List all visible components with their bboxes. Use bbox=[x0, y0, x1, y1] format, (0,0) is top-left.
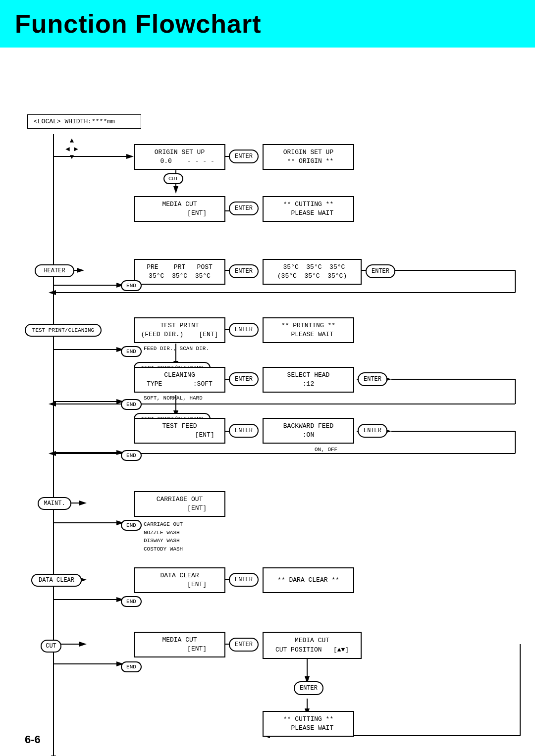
end-pill-maint: END bbox=[121, 520, 142, 531]
cutting-wait-1-box: ** CUTTING ** PLEASE WAIT bbox=[263, 196, 354, 222]
end-pill-cleaning: END bbox=[121, 399, 142, 410]
svg-marker-2 bbox=[126, 154, 134, 159]
svg-marker-19 bbox=[49, 290, 56, 295]
test-print-input-box: TEST PRINT(FEED DIR.) [ENT] bbox=[134, 317, 225, 343]
enter-pill-4: ENTER bbox=[366, 264, 395, 278]
page-header: Function Flowchart bbox=[0, 0, 535, 48]
heater-result-box: 35°C 35°C 35°C(35°C 35°C 35°C) bbox=[263, 259, 362, 285]
media-cut-2-box: MEDIA CUT [ENT] bbox=[134, 632, 225, 657]
backward-feed-box: BACKWARD FEED:ON bbox=[263, 418, 354, 444]
enter-pill-8: ENTER bbox=[229, 424, 259, 438]
local-box: <LOCAL> WHIDTH:****mm bbox=[27, 114, 141, 129]
enter-pill-1: ENTER bbox=[229, 150, 259, 163]
end-pill-dataclear: END bbox=[121, 596, 142, 607]
carriage-out-box: CARRIAGE OUT [ENT] bbox=[134, 491, 225, 517]
page-title: Function Flowchart bbox=[15, 9, 520, 39]
svg-marker-6 bbox=[173, 186, 178, 194]
enter-pill-12: ENTER bbox=[294, 681, 323, 695]
media-cut-pos-box: MEDIA CUTCUT POSITION [▲▼] bbox=[263, 632, 362, 659]
enter-pill-2: ENTER bbox=[229, 202, 259, 215]
on-off-note: ON, OFF bbox=[315, 447, 337, 453]
flowchart: <LOCAL> WHIDTH:****mm ▲ ◀ ▶ ▼ ORIGIN SET… bbox=[0, 57, 535, 751]
svg-marker-37 bbox=[49, 402, 56, 406]
feed-dir-note: FEED DIR., SCAN DIR. bbox=[144, 346, 209, 352]
svg-marker-63 bbox=[79, 642, 87, 647]
enter-pill-10: ENTER bbox=[229, 573, 259, 587]
test-print-pill-1: TEST PRINT/CLEANING bbox=[25, 324, 102, 337]
enter-pill-3: ENTER bbox=[229, 264, 259, 278]
heater-menu-box: PRE PRT POST35°C 35°C 35°C bbox=[134, 259, 225, 285]
soft-normal-hard-note: SOFT, NORMAL, HARD bbox=[144, 395, 203, 401]
cutting-wait-2-box: ** CUTTING ** PLEASE WAIT bbox=[263, 711, 354, 737]
test-feed-box: TEST FEED [ENT] bbox=[134, 418, 225, 444]
enter-pill-11: ENTER bbox=[229, 638, 259, 652]
svg-marker-49 bbox=[49, 451, 56, 456]
cut-pill-2: CUT bbox=[41, 640, 61, 653]
end-pill-testprint: END bbox=[121, 346, 142, 357]
origin-setup-result-box: ORIGIN SET UP ** ORIGIN ** bbox=[263, 144, 354, 170]
enter-pill-7: ENTER bbox=[358, 372, 387, 386]
origin-setup-input-box: ORIGIN SET UP 0.0 - - - - bbox=[134, 144, 225, 170]
printing-wait-box: ** PRINTING ** PLEASE WAIT bbox=[263, 317, 354, 343]
cut-pill-1: CUT bbox=[163, 173, 183, 184]
carriage-notes: CARRIAGE OUTNOZZLE WASHDISWAY WASHCOSTOD… bbox=[144, 520, 183, 553]
select-head-box: SELECT HEAD:12 bbox=[263, 367, 354, 393]
end-pill-cut: END bbox=[121, 661, 142, 672]
media-cut-1-box: MEDIA CUT [ENT] bbox=[134, 196, 225, 222]
enter-pill-9: ENTER bbox=[358, 424, 387, 438]
enter-pill-6: ENTER bbox=[229, 372, 259, 386]
heater-pill: HEATER bbox=[35, 264, 74, 277]
data-clear-pill: DATA CLEAR bbox=[31, 574, 82, 587]
end-pill-testfeed: END bbox=[121, 450, 142, 461]
page-number: 6-6 bbox=[25, 733, 41, 746]
enter-pill-5: ENTER bbox=[229, 323, 259, 337]
svg-marker-53 bbox=[79, 501, 87, 505]
nav-arrows-icon: ▲ ◀ ▶ ▼ bbox=[57, 137, 87, 161]
svg-marker-10 bbox=[77, 268, 84, 273]
dara-clear-result-box: ** DARA CLEAR ** bbox=[263, 567, 354, 593]
end-pill-heater: END bbox=[121, 280, 142, 291]
data-clear-input-box: DATA CLEAR [ENT] bbox=[134, 567, 225, 593]
local-text: <LOCAL> WHIDTH:****mm bbox=[34, 118, 115, 125]
maint-pill: MAINT. bbox=[38, 497, 71, 510]
cleaning-input-box: CLEANINGTYPE :SOFT bbox=[134, 367, 225, 393]
